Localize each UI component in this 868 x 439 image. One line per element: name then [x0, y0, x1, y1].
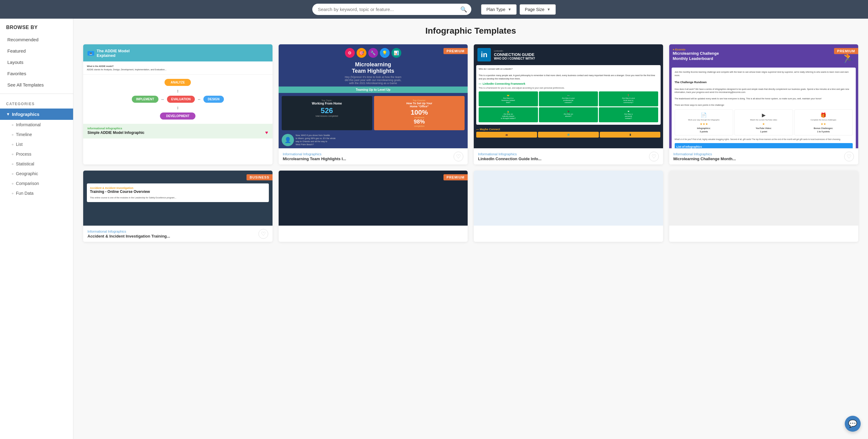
card-thumbnail-challenge: PREMIUM ● Ecornio Microlearning Challeng…	[669, 44, 859, 148]
premium-badge: PREMIUM	[443, 48, 468, 54]
card-thumbnail-accident: BUSINESS Accident & Incident Investigati…	[83, 170, 273, 226]
search-wrapper: 🔍	[312, 4, 471, 15]
subcategory-label: Process	[16, 152, 31, 157]
template-card-addie[interactable]: 💻 The ADDIE ModelExplained What is the A…	[83, 44, 273, 164]
subcategory-fun-data[interactable]: ○ Fun Data	[0, 188, 73, 198]
bottom-template-grid: BUSINESS Accident & Incident Investigati…	[83, 170, 858, 242]
favorite-button[interactable]: ♡	[649, 152, 659, 161]
card-footer-linkedin: Informational Infographics LinkedIn Conn…	[474, 148, 663, 164]
sidebar-item-layouts[interactable]: Layouts	[0, 57, 73, 68]
dot-icon: ○	[11, 143, 13, 146]
template-card-b4[interactable]	[669, 170, 859, 242]
dot-icon: ○	[11, 123, 13, 127]
card-category-label: Informational Infographics	[674, 152, 736, 156]
subcategory-label: Geographic	[16, 171, 38, 176]
subcategory-statistical[interactable]: ○ Statistical	[0, 159, 73, 169]
subcategory-label: Comparison	[16, 181, 39, 186]
card-thumbnail-linkedin: in LinkedIn CONNECTION GUIDE WHO DO I CO…	[474, 44, 663, 148]
template-card-microlearning-team[interactable]: PREMIUM ⚙ 🎯 🔧 💡 📊 Microlearning Team Hig…	[279, 44, 468, 164]
card-footer-accident: Informational Infographics Accident & In…	[83, 226, 273, 242]
premium-badge: PREMIUM	[443, 174, 468, 180]
dot-icon: ○	[11, 192, 13, 195]
subcategory-label: Informational	[16, 122, 41, 127]
card-category-label: Informational Infographics	[88, 229, 170, 233]
subcategory-process[interactable]: ○ Process	[0, 149, 73, 159]
sidebar-item-see-all[interactable]: See All Templates	[0, 79, 73, 91]
subcategory-label: Statistical	[16, 161, 34, 166]
card-category-label: Informational Infographics	[283, 152, 346, 156]
category-infographics[interactable]: ▼ Infographics	[0, 108, 73, 120]
content-area: Infographic Templates 💻 The ADDIE ModelE…	[73, 19, 868, 439]
subcategory-comparison[interactable]: ○ Comparison	[0, 179, 73, 188]
main-layout: BROWSE BY Recommended Featured Layouts F…	[0, 19, 868, 439]
subcategory-label: Timeline	[16, 132, 32, 137]
sidebar-item-recommended[interactable]: Recommended	[0, 34, 73, 45]
browse-by-title: BROWSE BY	[0, 19, 73, 34]
subcategory-informational[interactable]: ○ Informational	[0, 120, 73, 130]
favorite-button[interactable]: ♡	[844, 152, 854, 161]
chat-icon: 💬	[848, 419, 857, 428]
template-card-b3[interactable]	[474, 170, 663, 242]
category-label: Infographics	[12, 112, 39, 117]
chevron-right-icon: ▼	[6, 112, 10, 117]
card-footer-microlearning-team: Informational Infographics Microlearning…	[279, 148, 468, 164]
subcategory-geographic[interactable]: ○ Geographic	[0, 169, 73, 179]
subcategory-list[interactable]: ○ List	[0, 139, 73, 149]
dot-icon: ○	[11, 162, 13, 166]
premium-badge: PREMIUM	[834, 48, 858, 54]
subcategory-timeline[interactable]: ○ Timeline	[0, 130, 73, 139]
plan-type-dropdown[interactable]: Plan Type ▼	[481, 4, 517, 15]
chat-button[interactable]: 💬	[845, 416, 861, 432]
card-footer-challenge: Informational Infographics Microlearning…	[669, 148, 859, 164]
template-grid: 💻 The ADDIE ModelExplained What is the A…	[83, 44, 858, 164]
top-nav: 🔍 Plan Type ▼ Page Size ▼	[0, 0, 868, 19]
template-card-linkedin[interactable]: in LinkedIn CONNECTION GUIDE WHO DO I CO…	[474, 44, 663, 164]
dot-icon: ○	[11, 153, 13, 156]
favorite-button[interactable]: ♡	[258, 229, 268, 239]
chevron-down-icon: ▼	[547, 7, 551, 11]
page-title: Infographic Templates	[83, 26, 858, 36]
categories-label: CATEGORIES	[0, 97, 73, 108]
card-thumbnail-b2: PREMIUM	[279, 170, 468, 226]
card-category-label: Informational Infographics	[478, 152, 541, 156]
plan-type-label: Plan Type	[486, 7, 505, 12]
card-thumbnail-b4	[669, 170, 859, 226]
dot-icon: ○	[11, 133, 13, 136]
nav-dropdowns: Plan Type ▼ Page Size ▼	[481, 4, 556, 15]
chevron-down-icon: ▼	[508, 7, 512, 11]
card-title-label: LinkedIn Connection Guide Info...	[478, 157, 541, 161]
card-thumbnail-addie: 💻 The ADDIE ModelExplained What is the A…	[83, 44, 273, 148]
page-size-label: Page Size	[525, 7, 545, 12]
card-thumbnail-b3	[474, 170, 663, 226]
business-badge: BUSINESS	[247, 174, 272, 180]
card-thumbnail-microlearning-team: PREMIUM ⚙ 🎯 🔧 💡 📊 Microlearning Team Hig…	[279, 44, 468, 148]
search-icon[interactable]: 🔍	[460, 6, 467, 13]
page-size-dropdown[interactable]: Page Size ▼	[520, 4, 556, 15]
dot-icon: ○	[11, 172, 13, 176]
template-card-challenge[interactable]: PREMIUM ● Ecornio Microlearning Challeng…	[669, 44, 859, 164]
subcategory-label: List	[16, 142, 23, 147]
dot-icon: ○	[11, 182, 13, 185]
template-card-accident[interactable]: BUSINESS Accident & Incident Investigati…	[83, 170, 273, 242]
sidebar-item-favorites[interactable]: Favorites	[0, 68, 73, 79]
card-title-label: Microlearning Team Highlights I...	[283, 157, 346, 161]
subcategory-label: Fun Data	[16, 191, 34, 196]
favorite-button[interactable]: ♡	[454, 152, 463, 161]
template-card-b2[interactable]: PREMIUM	[279, 170, 468, 242]
card-title-label: Microlearning Challenge Month...	[674, 157, 736, 161]
search-input[interactable]	[312, 4, 471, 15]
sidebar: BROWSE BY Recommended Featured Layouts F…	[0, 19, 73, 439]
card-title-label: Accident & Incident Investigation Traini…	[88, 234, 170, 239]
sidebar-item-featured[interactable]: Featured	[0, 45, 73, 57]
